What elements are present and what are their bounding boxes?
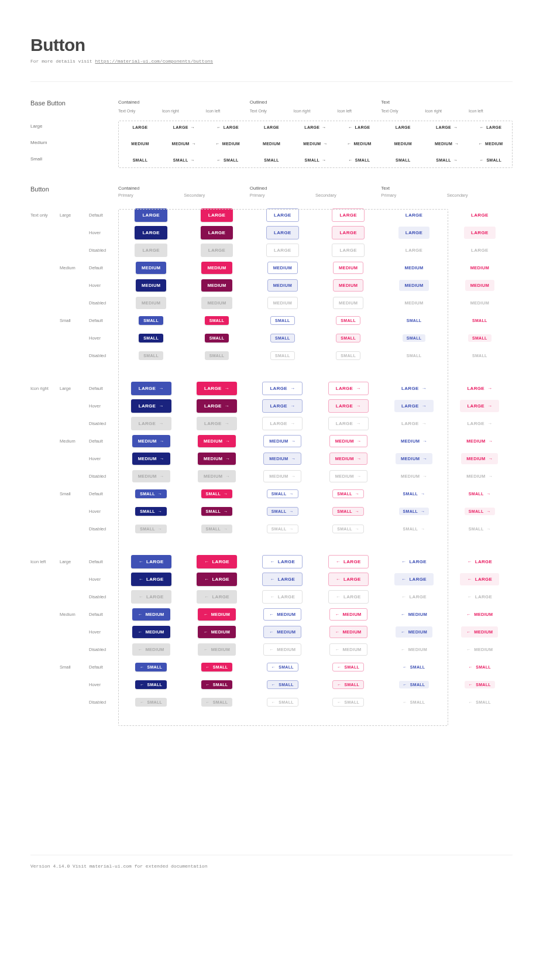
button-ct-sc[interactable]: LARGE bbox=[197, 399, 237, 413]
button-ct-pr[interactable]: LARGE bbox=[135, 226, 167, 239]
button-tx-sc[interactable]: MEDIUM bbox=[461, 436, 498, 447]
base-button[interactable]: SMALL bbox=[133, 158, 148, 162]
button-tx-sc[interactable]: SMALL bbox=[465, 681, 495, 688]
button-ct-sc[interactable]: SMALL bbox=[205, 316, 229, 325]
button-ol-pr[interactable]: LARGE bbox=[262, 573, 303, 586]
button-tx-pr[interactable]: SMALL bbox=[399, 490, 429, 498]
button-ct-sc[interactable]: SMALL bbox=[201, 507, 233, 516]
button-tx-pr[interactable]: SMALL bbox=[399, 508, 429, 515]
base-button[interactable]: MEDIUM bbox=[172, 142, 197, 146]
button-ol-sc[interactable]: LARGE bbox=[328, 399, 369, 413]
base-button[interactable]: LARGE bbox=[173, 125, 195, 129]
base-button[interactable]: SMALL bbox=[305, 158, 327, 162]
base-button[interactable]: SMALL bbox=[480, 158, 501, 162]
base-button[interactable]: LARGE bbox=[132, 125, 147, 129]
button-ct-sc[interactable]: LARGE bbox=[197, 573, 237, 586]
button-ct-pr[interactable]: SMALL bbox=[135, 680, 167, 689]
base-button[interactable]: LARGE bbox=[396, 125, 411, 129]
button-tx-pr[interactable]: LARGE bbox=[394, 573, 434, 585]
button-tx-pr[interactable]: SMALL bbox=[399, 663, 429, 671]
base-button[interactable]: MEDIUM bbox=[215, 142, 240, 146]
base-button[interactable]: SMALL bbox=[264, 158, 279, 162]
button-ct-pr[interactable]: LARGE bbox=[131, 555, 171, 568]
button-ct-sc[interactable]: LARGE bbox=[201, 208, 233, 222]
button-ol-sc[interactable]: LARGE bbox=[328, 555, 369, 568]
docs-link[interactable]: https://material-ui.com/components/butto… bbox=[95, 59, 213, 64]
button-ol-pr[interactable]: SMALL bbox=[267, 663, 298, 671]
button-tx-sc[interactable]: SMALL bbox=[468, 317, 492, 324]
button-ct-pr[interactable]: SMALL bbox=[139, 334, 163, 342]
button-ct-pr[interactable]: MEDIUM bbox=[132, 453, 170, 465]
button-ol-pr[interactable]: LARGE bbox=[266, 226, 299, 239]
button-ct-pr[interactable]: LARGE bbox=[131, 382, 171, 395]
button-ol-sc[interactable]: MEDIUM bbox=[329, 608, 367, 621]
button-ct-pr[interactable]: MEDIUM bbox=[136, 279, 166, 292]
button-ct-sc[interactable]: SMALL bbox=[201, 680, 233, 689]
base-button[interactable]: LARGE bbox=[480, 125, 501, 129]
button-ol-sc[interactable]: SMALL bbox=[332, 489, 364, 498]
button-tx-sc[interactable]: SMALL bbox=[468, 334, 492, 342]
button-ol-sc[interactable]: SMALL bbox=[332, 680, 364, 689]
button-ct-sc[interactable]: MEDIUM bbox=[198, 626, 236, 638]
base-button[interactable]: LARGE bbox=[348, 125, 370, 129]
button-ol-pr[interactable]: LARGE bbox=[262, 382, 303, 395]
base-button[interactable]: SMALL bbox=[173, 158, 195, 162]
base-button[interactable]: MEDIUM bbox=[394, 142, 412, 146]
button-tx-pr[interactable]: MEDIUM bbox=[396, 436, 432, 447]
base-button[interactable]: MEDIUM bbox=[303, 142, 328, 146]
button-tx-sc[interactable]: MEDIUM bbox=[461, 626, 498, 638]
button-ol-sc[interactable]: MEDIUM bbox=[333, 279, 363, 292]
button-tx-pr[interactable]: LARGE bbox=[398, 227, 430, 239]
button-ct-sc[interactable]: LARGE bbox=[197, 382, 237, 395]
button-ol-sc[interactable]: LARGE bbox=[332, 208, 365, 222]
button-ct-sc[interactable]: MEDIUM bbox=[198, 608, 236, 621]
button-ct-sc[interactable]: MEDIUM bbox=[198, 435, 236, 447]
button-ct-pr[interactable]: MEDIUM bbox=[132, 626, 170, 638]
base-button[interactable]: MEDIUM bbox=[263, 142, 280, 146]
button-ol-sc[interactable]: LARGE bbox=[328, 573, 369, 586]
button-tx-sc[interactable]: MEDIUM bbox=[461, 609, 498, 620]
base-button[interactable]: LARGE bbox=[217, 125, 239, 129]
button-ct-pr[interactable]: MEDIUM bbox=[136, 262, 166, 274]
button-tx-pr[interactable]: MEDIUM bbox=[396, 626, 432, 638]
button-tx-pr[interactable]: LARGE bbox=[394, 382, 434, 395]
button-ct-pr[interactable]: LARGE bbox=[131, 573, 171, 586]
base-button[interactable]: MEDIUM bbox=[435, 142, 459, 146]
button-tx-pr[interactable]: SMALL bbox=[403, 334, 426, 342]
button-ct-sc[interactable]: LARGE bbox=[201, 226, 233, 239]
button-tx-sc[interactable]: LARGE bbox=[460, 556, 499, 568]
button-ct-sc[interactable]: SMALL bbox=[205, 334, 229, 342]
button-tx-pr[interactable]: LARGE bbox=[394, 400, 434, 412]
base-button[interactable]: LARGE bbox=[264, 125, 279, 129]
base-button[interactable]: SMALL bbox=[436, 158, 458, 162]
button-tx-sc[interactable]: LARGE bbox=[464, 227, 496, 239]
button-ct-pr[interactable]: MEDIUM bbox=[132, 608, 170, 621]
button-tx-pr[interactable]: LARGE bbox=[394, 556, 434, 568]
button-ol-pr[interactable]: LARGE bbox=[262, 399, 303, 413]
button-ct-pr[interactable]: LARGE bbox=[135, 208, 167, 222]
button-ol-pr[interactable]: LARGE bbox=[266, 208, 299, 222]
button-ol-sc[interactable]: SMALL bbox=[336, 316, 360, 325]
base-button[interactable]: SMALL bbox=[396, 158, 411, 162]
button-ol-pr[interactable]: MEDIUM bbox=[263, 626, 301, 638]
button-ct-pr[interactable]: SMALL bbox=[135, 663, 167, 671]
button-ol-sc[interactable]: SMALL bbox=[336, 334, 360, 342]
button-ct-pr[interactable]: SMALL bbox=[139, 316, 163, 325]
base-button[interactable]: SMALL bbox=[217, 158, 239, 162]
button-ol-pr[interactable]: MEDIUM bbox=[267, 279, 298, 292]
button-tx-pr[interactable]: MEDIUM bbox=[396, 609, 432, 620]
button-ct-sc[interactable]: LARGE bbox=[197, 555, 237, 568]
button-tx-sc[interactable]: LARGE bbox=[460, 382, 499, 395]
button-ct-sc[interactable]: MEDIUM bbox=[201, 262, 232, 274]
button-tx-pr[interactable]: MEDIUM bbox=[396, 453, 432, 464]
button-ct-pr[interactable]: MEDIUM bbox=[132, 435, 170, 447]
button-ol-sc[interactable]: MEDIUM bbox=[329, 435, 367, 447]
base-button[interactable]: MEDIUM bbox=[347, 142, 372, 146]
button-ol-pr[interactable]: MEDIUM bbox=[263, 435, 301, 447]
button-ct-sc[interactable]: MEDIUM bbox=[198, 453, 236, 465]
button-ol-pr[interactable]: SMALL bbox=[267, 507, 298, 516]
button-tx-pr[interactable]: LARGE bbox=[398, 209, 430, 221]
button-tx-sc[interactable]: MEDIUM bbox=[461, 453, 498, 464]
button-tx-sc[interactable]: SMALL bbox=[465, 490, 495, 498]
base-button[interactable]: LARGE bbox=[436, 125, 458, 129]
